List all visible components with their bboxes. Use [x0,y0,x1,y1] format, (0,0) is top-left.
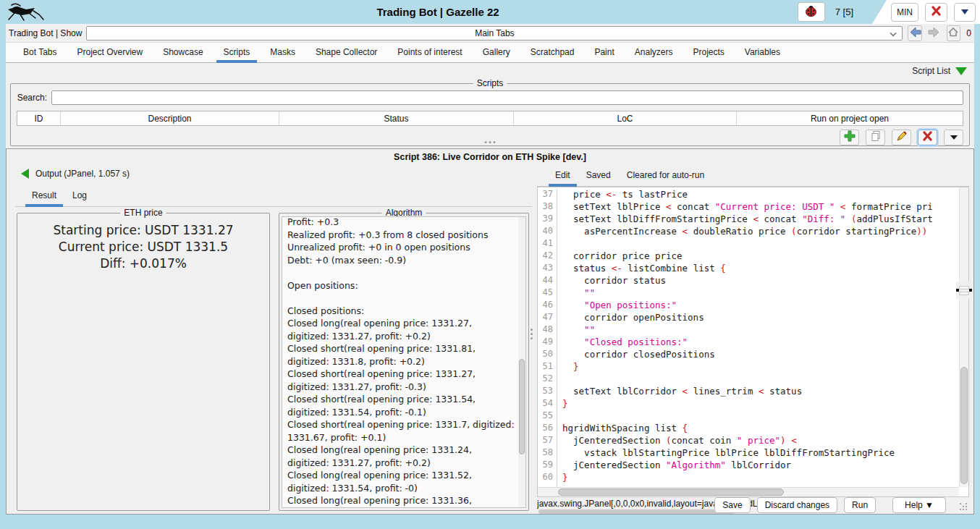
scripts-groupbox: Scripts Search: IDDescriptionStatusLoCRu… [10,83,970,146]
column-header-description[interactable]: Description [61,111,279,125]
output-tab-log[interactable]: Log [64,187,95,206]
code-line[interactable]: corridor status [562,275,959,287]
edit-script-button[interactable] [892,130,911,145]
tab-gallery[interactable]: Gallery [473,43,520,62]
editor-tab-edit[interactable]: Edit [547,166,578,186]
code-line[interactable] [562,410,959,423]
tab-showcase[interactable]: Showcase [153,43,213,62]
tab-projects[interactable]: Projects [683,43,734,62]
code-area[interactable]: price <- ts lastPrice setText lblPrice <… [557,189,959,487]
close-button[interactable] [925,3,947,22]
algorithm-line: Realized profit: +0.3 from 8 closed posi… [287,229,515,242]
code-line[interactable]: setText lblDiffFromStartingPrice < conca… [562,213,959,226]
tab-scratchpad[interactable]: Scratchpad [520,43,585,62]
delete-icon [922,131,933,143]
code-line[interactable]: "" [562,287,959,300]
code-line[interactable]: "" [562,324,959,337]
editor-horizontal-scrollbar[interactable] [538,487,959,496]
code-line[interactable]: } [562,398,959,410]
algorithm-scrollbar[interactable] [518,217,525,507]
line-number: 54 [538,398,557,410]
search-input[interactable] [51,90,963,105]
code-line[interactable]: corridor closedPositions [562,349,959,361]
run-button[interactable]: Run [844,497,876,513]
chevron-down-icon [950,135,958,140]
tab-shape-collector[interactable]: Shape Collector [305,43,387,62]
column-header-run-on-project-open[interactable]: Run on project open [737,111,963,125]
code-line[interactable] [562,373,959,386]
tab-project-overview[interactable]: Project Overview [67,43,153,62]
bug-report-button[interactable] [798,2,825,22]
code-line[interactable]: vstack lblStartingPrice lblPrice lblDiff… [562,447,959,460]
main-tabs-combobox[interactable]: Main Tabs [86,26,903,41]
code-line[interactable]: jCenteredSection (concat coin " price") … [562,435,959,447]
code-line[interactable] [562,238,959,250]
eth-price-groupbox: ETH price Starting price: USDT 1331.27Cu… [17,213,270,511]
output-tab-result[interactable]: Result [24,187,64,206]
code-line[interactable]: corridor openPositions [562,312,959,324]
editor-tab-cleared-for-auto-run[interactable]: Cleared for auto-run [619,166,712,186]
editor-tab-saved[interactable]: Saved [578,166,619,186]
tab-bot-tabs[interactable]: Bot Tabs [13,43,67,62]
code-editor[interactable]: 3738394041424344454647484950515253545556… [537,187,969,497]
column-header-status[interactable]: Status [279,111,514,125]
column-header-id[interactable]: ID [17,111,61,125]
editor-vertical-scrollbar[interactable] [959,187,968,487]
code-line[interactable]: setText lblCorridor < lines_rtrim < stat… [562,386,959,398]
help-button[interactable]: Help ▼ [892,497,946,513]
algorithm-line: Closed positions: [287,305,515,318]
column-header-loc[interactable]: LoC [514,111,737,125]
algorithm-line: Closed long(real opening price: 1331.36,… [287,494,515,508]
algorithm-line [287,292,515,305]
code-line[interactable]: setText lblPrice < concat "Current price… [562,201,959,213]
status-scrollbar[interactable] [538,509,735,514]
line-number: 48 [538,324,557,337]
add-script-button[interactable] [840,130,859,145]
home-button[interactable] [947,25,961,41]
code-line[interactable]: price <- ts lastPrice [562,189,959,201]
more-actions-button[interactable] [944,130,963,145]
collapsed-splitter-handle[interactable] [956,282,972,299]
search-label: Search: [17,93,51,103]
duplicate-script-button[interactable] [866,130,885,145]
code-line[interactable]: asPercentIncrease < doubleRatio price (c… [562,226,959,238]
main-tabs: Bot TabsProject OverviewShowcaseScriptsM… [6,43,974,63]
tab-analyzers[interactable]: Analyzers [625,43,683,62]
window-menu-button[interactable] [954,3,976,22]
discard-changes-button[interactable]: Discard changes [757,497,837,513]
forward-arrow-icon [928,27,940,40]
scrollbar-thumb[interactable] [558,488,784,496]
back-button[interactable] [908,25,922,41]
tab-scripts[interactable]: Scripts [214,43,261,62]
tab-masks[interactable]: Masks [260,43,305,62]
line-number: 45 [538,287,557,300]
price-line: Diff: +0.017% [17,255,269,272]
code-line[interactable]: "Closed positions:" [562,337,959,349]
save-button[interactable]: Save [714,497,750,513]
minimize-button[interactable]: MIN [891,3,918,22]
scrollbar-thumb[interactable] [519,359,525,454]
delete-script-button[interactable] [918,130,937,145]
tab-points-of-interest[interactable]: Points of interest [387,43,472,62]
tab-variables[interactable]: Variables [735,43,790,62]
code-line[interactable]: hgridWithSpacing list { [562,423,959,435]
tab-paint[interactable]: Paint [584,43,624,62]
line-number: 58 [538,447,557,460]
close-icon [931,6,942,18]
vertical-splitter-handle[interactable] [531,329,533,339]
forward-button[interactable] [927,25,942,41]
bug-counter: 7 [5] [835,7,853,17]
algorithm-line: Closed long(real opening price: 1331.27,… [287,317,515,342]
code-line[interactable]: "Open positions:" [562,300,959,312]
code-line[interactable]: jCenteredSection "Algorithm" lblCorridor [562,460,959,472]
window-title: Trading Bot | Gazelle 22 [246,0,630,24]
script-list-bar[interactable]: Script List [6,63,974,79]
resize-grip[interactable] [960,503,968,511]
scrollbar-thumb[interactable] [960,367,968,484]
code-line[interactable]: } [562,472,959,484]
code-line[interactable]: status <- listCombine list { [562,263,959,275]
code-line[interactable]: } [562,361,959,373]
output-header[interactable]: Output (JPanel, 1.057 s) [21,169,130,179]
code-line[interactable]: corridor price price [562,250,959,263]
splitter-handle[interactable] [485,141,496,143]
